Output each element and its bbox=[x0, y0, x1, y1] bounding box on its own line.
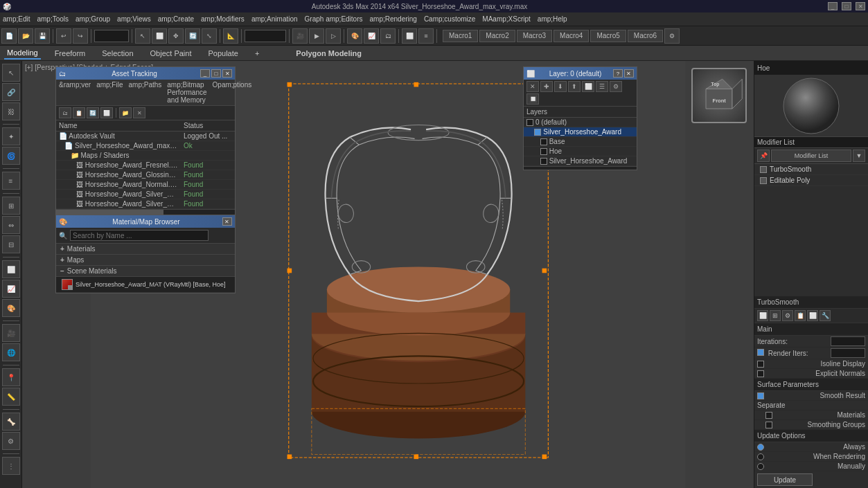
macro6-button[interactable]: Macro6 bbox=[628, 30, 663, 42]
layer-panel-close[interactable]: ✕ bbox=[624, 69, 634, 78]
layer-row[interactable]: Hoe bbox=[524, 147, 637, 156]
menu-graph-editors[interactable]: Graph amp;Editors bbox=[305, 15, 363, 23]
scene-materials-section[interactable]: Scene Materials bbox=[56, 266, 235, 277]
manually-radio[interactable] bbox=[757, 463, 764, 470]
material-editor-button[interactable]: 🎨 bbox=[347, 28, 362, 44]
menu-rendering[interactable]: amp;Rendering bbox=[370, 15, 417, 23]
lt-link-button[interactable]: 🔗 bbox=[2, 83, 20, 101]
menu-edit[interactable]: amp;Edit bbox=[3, 15, 30, 23]
new-button[interactable]: 📄 bbox=[1, 28, 17, 44]
mod-funnel-button[interactable]: ▼ bbox=[853, 150, 865, 162]
mod-ch-5[interactable]: ⬜ bbox=[807, 310, 818, 321]
layer-select-obj[interactable]: ⬜ bbox=[582, 81, 594, 92]
asset-tracking-titlebar[interactable]: 🗂 Asset Tracking _ □ ✕ bbox=[56, 67, 235, 80]
layer-remove-sel[interactable]: ⬆ bbox=[568, 81, 581, 92]
lt-bone-button[interactable]: 🦴 bbox=[2, 413, 20, 431]
viewport-dropdown[interactable]: Perspective bbox=[245, 30, 286, 42]
layer-settings[interactable]: ☰ bbox=[596, 81, 608, 92]
save-button[interactable]: 💾 bbox=[35, 28, 50, 44]
mat-browser-search-input[interactable] bbox=[70, 230, 209, 241]
file-row[interactable]: 🖼 Horseshoe_Award_Fresnel.pngFound bbox=[56, 161, 235, 170]
mod-ch-1[interactable]: ⬜ bbox=[757, 310, 768, 321]
layer-lock[interactable]: 🔲 bbox=[526, 93, 539, 105]
menu-animation[interactable]: amp;Animation bbox=[251, 15, 298, 23]
layer-panel-help[interactable]: ? bbox=[613, 69, 623, 78]
close-button[interactable]: ✕ bbox=[856, 2, 865, 10]
menu-file[interactable]: amp;File bbox=[96, 81, 123, 104]
at-tool-2[interactable]: 📋 bbox=[73, 107, 85, 118]
at-scrollbar[interactable] bbox=[56, 209, 235, 215]
at-tool-1[interactable]: 🗂 bbox=[59, 107, 71, 118]
undo-button[interactable]: ↩ bbox=[56, 28, 71, 44]
menu-group[interactable]: amp;Group bbox=[76, 15, 110, 23]
render-iters-check[interactable] bbox=[757, 349, 764, 356]
modifier-item[interactable]: Editable Poly bbox=[754, 175, 868, 186]
asset-tracking-controls[interactable]: _ □ ✕ bbox=[200, 69, 232, 78]
mat-browser-close[interactable]: ✕ bbox=[222, 217, 232, 226]
mod-list-dropdown[interactable]: Modifier List bbox=[771, 150, 851, 162]
render-button[interactable]: ▶ bbox=[309, 28, 324, 44]
materials-check[interactable] bbox=[765, 412, 772, 419]
macro3-button[interactable]: Macro3 bbox=[517, 30, 552, 42]
navigation-cube[interactable]: Front Top bbox=[691, 68, 747, 123]
file-row[interactable]: 📄 Silver_Horseshoe_Award_max_vray.maxOk bbox=[56, 141, 235, 151]
layer-add-sel[interactable]: ⬇ bbox=[554, 81, 567, 92]
file-row[interactable]: 📁 Maps / Shaders bbox=[56, 151, 235, 161]
update-button[interactable]: Update bbox=[757, 473, 813, 486]
menu-ramp[interactable]: &ramp;ver bbox=[59, 81, 91, 104]
select-object-button[interactable]: ↖ bbox=[135, 28, 150, 44]
macro2-button[interactable]: Macro2 bbox=[479, 30, 515, 42]
file-row[interactable]: 🖼 Horseshoe_Award_Glossines.pngFound bbox=[56, 170, 235, 180]
macro1-button[interactable]: Macro1 bbox=[443, 30, 478, 42]
always-radio[interactable] bbox=[757, 444, 764, 451]
open-button[interactable]: 📂 bbox=[18, 28, 33, 44]
layer-row[interactable]: 0 (default) bbox=[524, 118, 637, 127]
scale-button[interactable]: ⤡ bbox=[202, 28, 217, 44]
window-controls[interactable]: _ □ ✕ bbox=[828, 2, 865, 10]
mod-ch-6[interactable]: 🔧 bbox=[820, 310, 831, 321]
layer-row[interactable]: Silver_Horseshoe_Award bbox=[524, 127, 637, 137]
mode-tab-plus[interactable]: + bbox=[252, 48, 262, 59]
layer-select-button[interactable]: ≡ bbox=[418, 28, 434, 44]
material-item[interactable]: Silver_Horseshoe_Award_MAT (VRayMtl) [Ba… bbox=[56, 277, 235, 293]
maps-section[interactable]: Maps bbox=[56, 255, 235, 266]
file-row[interactable]: 🖼 Horseshoe_Award_Silver_Diffuse.pngFoun… bbox=[56, 190, 235, 199]
maximize-button[interactable]: □ bbox=[842, 2, 851, 10]
mod-vis-toggle[interactable] bbox=[760, 177, 767, 184]
layer-row[interactable]: Silver_Horseshoe_Award bbox=[524, 156, 637, 166]
lt-layers-button[interactable]: ⬜ bbox=[2, 260, 20, 278]
menu-bitmap[interactable]: amp;Bitmap Performance and Memory bbox=[167, 81, 206, 104]
curve-editor-button[interactable]: 📈 bbox=[364, 28, 379, 44]
when-rendering-radio[interactable] bbox=[757, 453, 764, 460]
mode-tab-selection[interactable]: Selection bbox=[99, 48, 136, 59]
lt-unlink-button[interactable]: ⛓ bbox=[2, 102, 20, 120]
materials-section[interactable]: Materials bbox=[56, 244, 235, 255]
mod-ch-3[interactable]: ⚙ bbox=[782, 310, 793, 321]
layer-panel-titlebar[interactable]: ⬜ Layer: 0 (default) ? ✕ bbox=[524, 67, 637, 80]
render-iters-input[interactable]: 2 bbox=[831, 348, 865, 358]
layer-delete[interactable]: ✚ bbox=[540, 81, 553, 92]
asset-tracking-close[interactable]: ✕ bbox=[222, 69, 232, 78]
file-row[interactable]: 📄 Autodesk VaultLogged Out ... bbox=[56, 132, 235, 141]
lt-ik-button[interactable]: ⚙ bbox=[2, 432, 20, 450]
lt-space-warp-button[interactable]: 🌀 bbox=[2, 147, 20, 165]
minimize-button[interactable]: _ bbox=[828, 2, 838, 10]
layer-panel-controls[interactable]: ? ✕ bbox=[613, 69, 634, 78]
lt-helpers-button[interactable]: 📍 bbox=[2, 368, 20, 386]
manage-layers-button[interactable]: ⬜ bbox=[402, 28, 417, 44]
isoline-check[interactable] bbox=[757, 361, 764, 368]
mode-tab-modeling[interactable]: Modeling bbox=[4, 47, 41, 60]
render-active-button[interactable]: ▷ bbox=[326, 28, 341, 44]
lt-create-button[interactable]: ✦ bbox=[2, 127, 20, 145]
iterations-input[interactable]: 1 bbox=[831, 336, 865, 346]
at-tool-6[interactable]: ✕ bbox=[133, 107, 145, 118]
cube-face-perspective[interactable]: Front Top bbox=[691, 68, 747, 123]
lt-align-button[interactable]: ⊞ bbox=[2, 197, 20, 215]
select-region-button[interactable]: ⬜ bbox=[152, 28, 167, 44]
move-button[interactable]: ✥ bbox=[168, 28, 184, 44]
menu-maxscript[interactable]: MAamp;XScript bbox=[482, 15, 530, 23]
asset-tracking-restore[interactable]: □ bbox=[211, 69, 221, 78]
filter-dropdown[interactable]: All bbox=[94, 30, 129, 42]
menu-views[interactable]: amp;Views bbox=[117, 15, 151, 23]
rotate-button[interactable]: 🔄 bbox=[185, 28, 200, 44]
